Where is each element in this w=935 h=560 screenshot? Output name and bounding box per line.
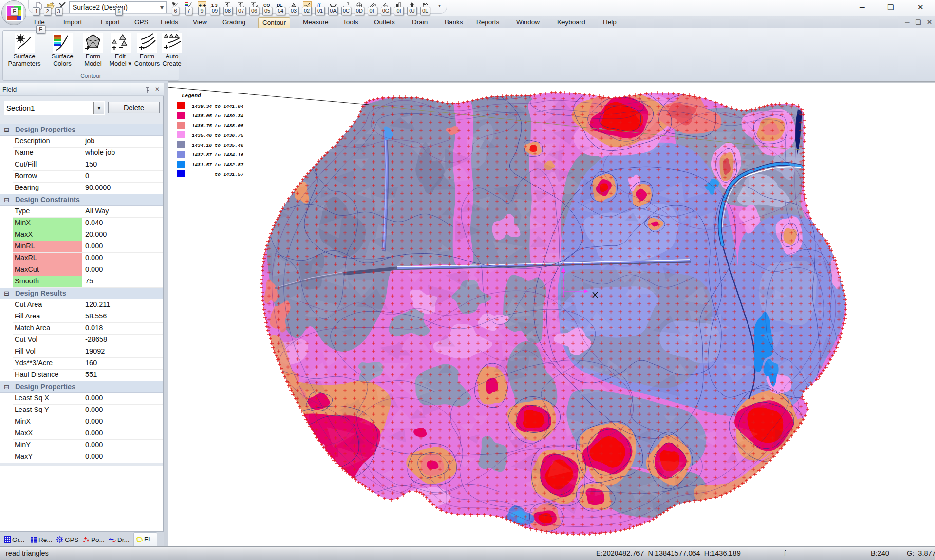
svg-text:1439.34 to 1441.64: 1439.34 to 1441.64 [192,104,243,109]
svg-text:1432.87 to 1434.16: 1432.87 to 1434.16 [192,152,243,158]
svg-text:1435.46 to 1436.75: 1435.46 to 1436.75 [192,133,243,138]
svg-text:1436.75 to 1438.05: 1436.75 to 1438.05 [192,123,243,129]
svg-text:1434.16 to 1435.46: 1434.16 to 1435.46 [192,143,243,148]
svg-text:1438.05 to 1439.34: 1438.05 to 1439.34 [192,113,243,119]
svg-text:to 1431.57: to 1431.57 [192,172,243,177]
svg-text:1431.57 to 1432.87: 1431.57 to 1432.87 [192,162,243,168]
svg-text:Legend: Legend [182,93,201,99]
